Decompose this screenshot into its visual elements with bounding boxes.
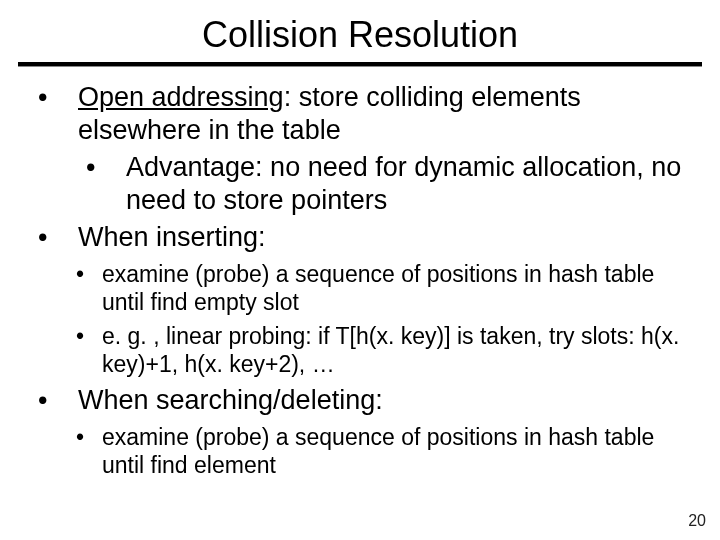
bullet-when-inserting: When inserting: examine (probe) a sequen… xyxy=(30,221,690,378)
sublist: examine (probe) a sequence of positions … xyxy=(72,260,690,378)
sublist: examine (probe) a sequence of positions … xyxy=(72,423,690,479)
when-inserting-text: When inserting: xyxy=(78,222,266,252)
sublist: Advantage: no need for dynamic allocatio… xyxy=(78,151,690,217)
bullet-probe-search: examine (probe) a sequence of positions … xyxy=(72,423,690,479)
bullet-when-searching: When searching/deleting: examine (probe)… xyxy=(30,384,690,479)
bullet-open-addressing: Open addressing: store colliding element… xyxy=(30,81,690,217)
when-searching-text: When searching/deleting: xyxy=(78,385,383,415)
slide-body: Open addressing: store colliding element… xyxy=(0,81,720,479)
title-rule xyxy=(18,62,702,67)
term-open-addressing: Open addressing xyxy=(78,82,284,112)
bullet-advantage: Advantage: no need for dynamic allocatio… xyxy=(78,151,690,217)
bullet-probe-insert: examine (probe) a sequence of positions … xyxy=(72,260,690,316)
bullet-list: Open addressing: store colliding element… xyxy=(30,81,690,479)
slide-title: Collision Resolution xyxy=(0,0,720,62)
slide: Collision Resolution Open addressing: st… xyxy=(0,0,720,540)
bullet-linear-probing: e. g. , linear probing: if T[h(x. key)] … xyxy=(72,322,690,378)
page-number: 20 xyxy=(688,512,706,530)
